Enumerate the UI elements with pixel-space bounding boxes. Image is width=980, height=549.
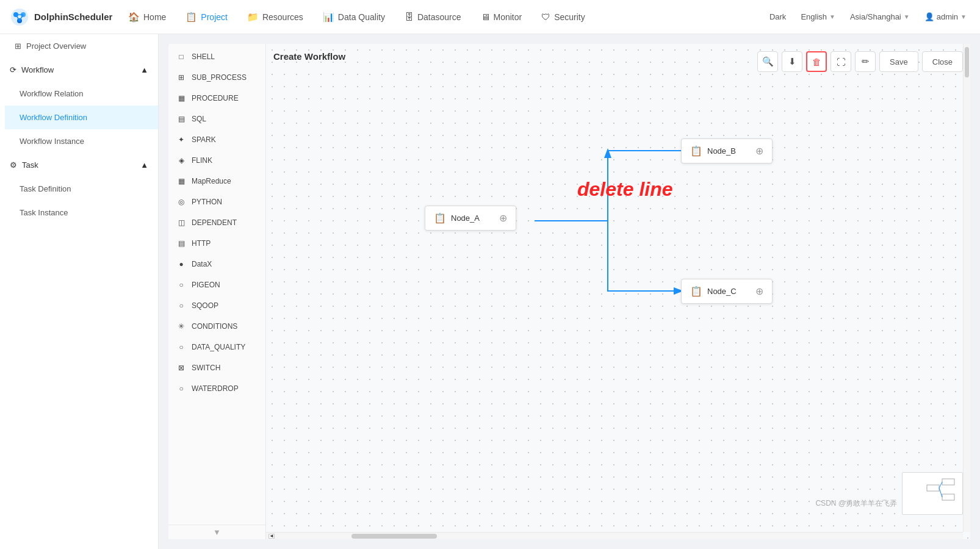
sidebar-item-workflow-relation[interactable]: Workflow Relation: [5, 82, 158, 106]
sidebar-task-definition-label: Task Definition: [20, 184, 71, 193]
task-item-python[interactable]: ◎ PYTHON: [168, 192, 265, 212]
sidebar-item-workflow-definition[interactable]: Workflow Definition: [5, 106, 158, 129]
search-icon: 🔍: [762, 56, 774, 67]
nav-security[interactable]: 🛡 Security: [533, 7, 594, 27]
node-b-add-icon[interactable]: ⊕: [755, 145, 763, 157]
resources-icon: 📁: [247, 12, 259, 23]
nav-data-quality[interactable]: 📊 Data Quality: [314, 7, 394, 27]
task-item-datax[interactable]: ● DataX: [168, 254, 265, 274]
flink-icon: ◈: [176, 155, 187, 166]
scroll-down-icon: ▼: [213, 528, 221, 537]
sidebar: ⊞ Project Overview ⟳ Workflow ▲ Workflow…: [0, 34, 159, 549]
vertical-scrollbar-thumb[interactable]: [965, 47, 969, 77]
nav-home[interactable]: 🏠 Home: [120, 7, 175, 27]
horizontal-scrollbar[interactable]: ◄: [266, 532, 963, 539]
node-a[interactable]: 📋 Node_A ⊕: [425, 206, 516, 231]
nav-right: Dark English ▼ Asia/Shanghai ▼ 👤 admin ▼: [766, 10, 970, 24]
theme-toggle[interactable]: Dark: [766, 10, 790, 24]
vertical-scrollbar[interactable]: [963, 44, 970, 532]
nav-security-label: Security: [554, 12, 585, 22]
nav-monitor[interactable]: 🖥 Monitor: [472, 7, 531, 27]
editor-title: Create Workflow: [273, 51, 345, 62]
task-item-switch[interactable]: ⊠ SWITCH: [168, 357, 265, 378]
download-button[interactable]: ⬇: [782, 51, 802, 72]
node-b-label: Node_B: [707, 146, 751, 156]
project-icon: 📋: [186, 12, 197, 23]
nav-resources[interactable]: 📁 Resources: [239, 7, 312, 27]
task-item-mapreduce[interactable]: ▦ MapReduce: [168, 171, 265, 192]
node-b[interactable]: 📋 Node_B ⊕: [681, 138, 773, 163]
sidebar-item-project-overview[interactable]: ⊞ Project Overview: [0, 34, 158, 58]
canvas-area[interactable]: Create Workflow 🔍 ⬇ 🗑 ⛶ ✏: [266, 44, 970, 539]
delete-button[interactable]: 🗑: [806, 51, 827, 72]
svg-rect-7: [927, 485, 939, 491]
task-item-dependent[interactable]: ◫ DEPENDENT: [168, 212, 265, 233]
scroll-left-arrow[interactable]: ◄: [268, 534, 275, 539]
language-selector[interactable]: English ▼: [797, 10, 839, 24]
task-item-sub-process[interactable]: ⊞ SUB_PROCESS: [168, 67, 265, 88]
canvas-toolbar: 🔍 ⬇ 🗑 ⛶ ✏ Save: [757, 51, 963, 72]
task-sql-label: SQL: [192, 115, 206, 123]
settings-button[interactable]: ✏: [855, 51, 876, 72]
main-content: □ SHELL ⊞ SUB_PROCESS ▦ PROCEDURE ▤ SQL: [159, 34, 980, 549]
search-button[interactable]: 🔍: [757, 51, 778, 72]
node-c[interactable]: 📋 Node_C ⊕: [681, 279, 773, 304]
task-item-http[interactable]: ▤ HTTP: [168, 233, 265, 254]
sidebar-group-workflow[interactable]: ⟳ Workflow ▲: [0, 58, 158, 82]
task-item-shell[interactable]: □ SHELL: [168, 46, 265, 67]
task-item-flink[interactable]: ◈ FLINK: [168, 150, 265, 171]
user-menu[interactable]: 👤 admin ▼: [921, 10, 970, 24]
node-c-add-icon[interactable]: ⊕: [755, 285, 763, 297]
mini-map: [902, 472, 963, 515]
delete-icon: 🗑: [812, 57, 821, 67]
workflow-group-icon: ⟳: [10, 65, 16, 74]
task-python-label: PYTHON: [192, 198, 222, 206]
nav-project[interactable]: 📋 Project: [177, 7, 236, 27]
node-a-add-icon[interactable]: ⊕: [499, 212, 507, 224]
task-item-sql[interactable]: ▤ SQL: [168, 109, 265, 129]
task-item-procedure[interactable]: ▦ PROCEDURE: [168, 88, 265, 109]
procedure-icon: ▦: [176, 93, 187, 104]
task-panel-scroll-down[interactable]: ▼: [168, 525, 265, 539]
close-button[interactable]: Close: [922, 51, 963, 72]
nav-datasource-label: Datasource: [417, 12, 461, 22]
task-conditions-label: CONDITIONS: [192, 322, 237, 331]
svg-rect-8: [942, 479, 954, 485]
user-chevron-icon: ▼: [960, 13, 967, 20]
node-c-icon: 📋: [690, 285, 702, 297]
fullscreen-button[interactable]: ⛶: [830, 51, 851, 72]
task-datax-label: DataX: [192, 260, 212, 268]
sidebar-item-task-instance[interactable]: Task Instance: [5, 201, 158, 224]
security-icon: 🛡: [541, 12, 550, 22]
logo-icon: [10, 7, 29, 27]
task-item-sqoop[interactable]: ○ SQOOP: [168, 295, 265, 316]
connector-svg: [266, 44, 970, 539]
logo: DolphinScheduler: [10, 7, 120, 27]
sidebar-task-instance-label: Task Instance: [20, 208, 68, 217]
task-item-pigeon[interactable]: ○ PIGEON: [168, 274, 265, 295]
nav-monitor-label: Monitor: [494, 12, 522, 22]
timezone-selector[interactable]: Asia/Shanghai ▼: [846, 10, 913, 24]
sidebar-item-workflow-instance[interactable]: Workflow Instance: [5, 129, 158, 153]
task-item-waterdrop[interactable]: ○ WATERDROP: [168, 378, 265, 399]
data-quality-task-icon: ○: [176, 342, 187, 353]
sqoop-icon: ○: [176, 300, 187, 311]
nav-datasource[interactable]: 🗄 Datasource: [396, 7, 470, 27]
task-item-spark[interactable]: ✦ SPARK: [168, 129, 265, 150]
mini-map-svg: [903, 473, 962, 514]
timezone-chevron-icon: ▼: [904, 13, 910, 20]
save-label: Save: [890, 57, 908, 66]
sidebar-group-task[interactable]: ⚙ Task ▲: [0, 153, 158, 177]
task-item-data-quality[interactable]: ○ DATA_QUALITY: [168, 337, 265, 357]
save-button[interactable]: Save: [879, 51, 918, 72]
task-mapreduce-label: MapReduce: [192, 177, 231, 185]
user-label: admin: [937, 12, 958, 21]
language-chevron-icon: ▼: [829, 13, 835, 20]
user-icon: 👤: [924, 12, 934, 21]
nav-resources-label: Resources: [262, 12, 303, 22]
sidebar-item-task-definition[interactable]: Task Definition: [5, 177, 158, 201]
download-icon: ⬇: [788, 56, 796, 67]
horizontal-scrollbar-thumb[interactable]: [351, 534, 437, 539]
sidebar-workflow-relation-label: Workflow Relation: [20, 89, 84, 98]
task-item-conditions[interactable]: ✳ CONDITIONS: [168, 316, 265, 337]
